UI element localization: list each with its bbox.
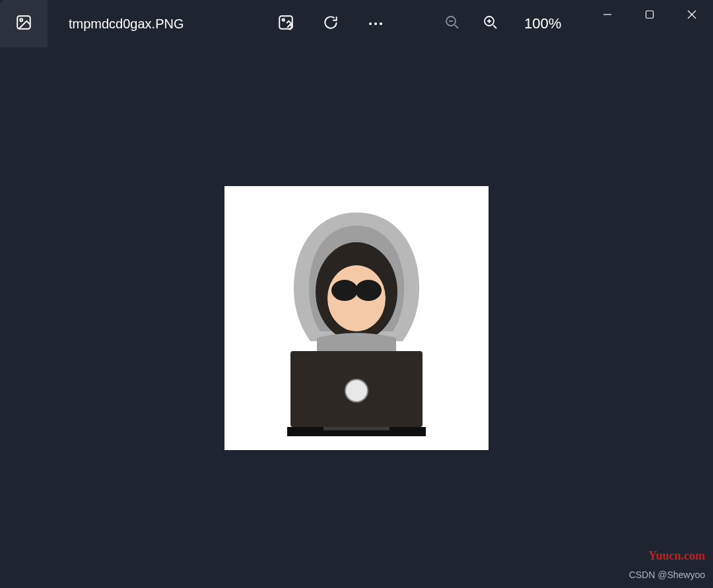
zoom-in-button[interactable] <box>481 14 500 34</box>
minimize-button[interactable] <box>586 0 628 32</box>
svg-rect-6 <box>646 11 654 18</box>
zoom-controls: 100% <box>442 14 561 34</box>
titlebar: tmpmdcd0gax.PNG <box>0 0 713 48</box>
edit-image-icon <box>277 14 294 34</box>
more-button[interactable] <box>366 14 386 34</box>
maximize-icon <box>645 10 654 22</box>
rotate-icon <box>322 14 339 34</box>
zoom-level-label[interactable]: 100% <box>524 15 561 32</box>
edit-image-button[interactable] <box>276 14 296 34</box>
zoom-in-icon <box>483 15 498 33</box>
close-icon <box>687 10 696 22</box>
app-icon-button[interactable] <box>0 0 48 48</box>
maximize-button[interactable] <box>628 0 671 32</box>
displayed-image <box>224 186 489 450</box>
svg-rect-11 <box>354 286 359 290</box>
svg-rect-16 <box>323 427 390 430</box>
filename-label: tmpmdcd0gax.PNG <box>69 16 184 32</box>
zoom-out-button[interactable] <box>442 14 462 34</box>
window-controls <box>586 0 713 32</box>
more-icon <box>369 22 382 25</box>
watermark-author: CSDN @Shewyoo <box>629 570 705 580</box>
minimize-icon <box>603 10 612 22</box>
watermark-site: Yuucn.com <box>648 549 705 563</box>
image-viewport[interactable] <box>0 48 713 588</box>
close-button[interactable] <box>671 0 713 32</box>
svg-point-1 <box>20 18 22 21</box>
toolbar-center <box>276 14 386 34</box>
rotate-button[interactable] <box>321 14 341 34</box>
hacker-illustration-icon <box>251 199 462 437</box>
zoom-out-icon <box>444 15 460 33</box>
svg-point-3 <box>283 19 285 21</box>
photo-icon <box>15 14 32 34</box>
